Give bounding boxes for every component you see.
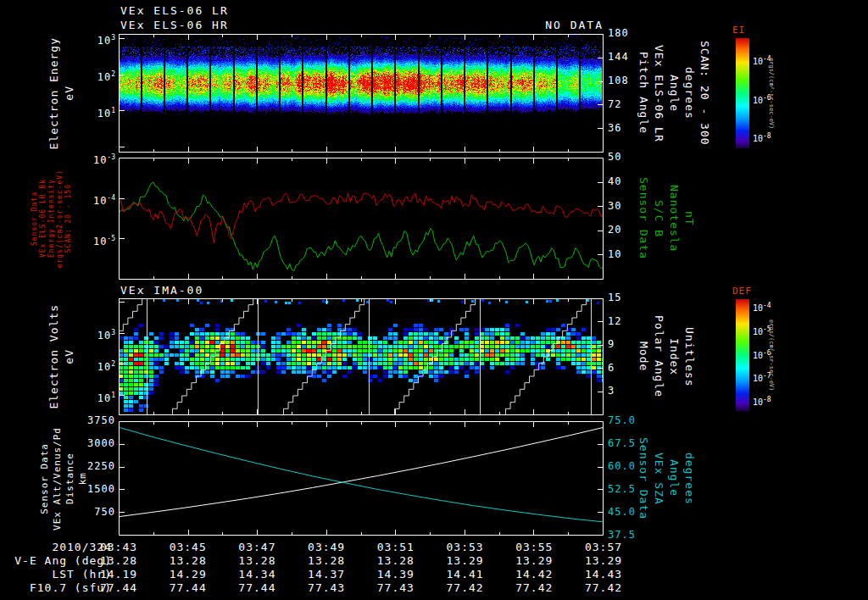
vex-quicklook-screen: VEx ELS-06 LR VEx ELS-06 HR NO DATA VEx … bbox=[0, 0, 868, 600]
alt-left-axis-label-line-0: Sensor Data bbox=[39, 443, 50, 514]
alt-left-axis-label: Sensor DataVEx Alt/Venus/PdDistancekm bbox=[39, 421, 88, 536]
exponent: 1 bbox=[111, 107, 115, 114]
time-tick-label-7: 03:57 bbox=[575, 541, 632, 553]
exponent: -5 bbox=[107, 235, 115, 242]
left-axis-tick-label: 10-5 bbox=[66, 232, 115, 248]
bottom-row-value: 13.28 bbox=[159, 554, 217, 567]
bottom-row-value: 13.28 bbox=[367, 554, 425, 567]
ima-left-axis-label-line-1: eV bbox=[63, 349, 75, 364]
time-tick-label-1: 03:45 bbox=[159, 541, 217, 553]
bottom-row-value: 77.42 bbox=[437, 581, 494, 594]
alt-right-axis-label-line-1: VEx SZA bbox=[653, 453, 665, 505]
alt-left-axis-label-line-1: VEx Alt/Venus/Pd bbox=[52, 427, 63, 531]
time-tick-label-6: 03:55 bbox=[505, 541, 563, 553]
date-label: 2010/324 bbox=[0, 541, 112, 553]
bottom-row-value: 77.43 bbox=[298, 581, 355, 594]
ima-right-axis-label-line-3: Unitless bbox=[683, 327, 696, 387]
sensor-left-axis-label-line-1: VEx ELS-06 LR Bk bbox=[39, 179, 47, 258]
bottom-row-value: 77.44 bbox=[159, 581, 217, 594]
els-spectrogram-canvas bbox=[119, 34, 604, 153]
colorbar-top-title: EI bbox=[732, 25, 758, 36]
bottom-row-value: 14.29 bbox=[159, 568, 217, 581]
sensor-right-axis-label: Sensor DataS/C BNanoteslanT bbox=[637, 158, 696, 280]
bottom-row-value: 14.43 bbox=[575, 568, 632, 581]
sensor-left-axis-label: Sensor DataVEx ELS-06 LR BkEnergy Intens… bbox=[31, 158, 72, 280]
colorbar-top-units: ergs/(cm²-sr-sec-eV) bbox=[768, 38, 775, 148]
bottom-row-value: 14.34 bbox=[228, 568, 286, 581]
time-tick-label-3: 03:49 bbox=[298, 541, 355, 553]
bottom-row-value: 14.42 bbox=[505, 568, 563, 581]
bottom-row-value: 14.19 bbox=[90, 568, 147, 581]
colorbar-bottom-title: DEF bbox=[732, 286, 758, 297]
colorbar-top-units-text: ergs/(cm²-sr-sec-eV) bbox=[768, 58, 775, 129]
bottom-row-value: 14.39 bbox=[367, 568, 425, 581]
sensor-left-axis-label-line-0: Sensor Data bbox=[31, 192, 38, 246]
els-right-axis-label: Pitch AngleVEx ELS-06 LRAngledegreesSCAN… bbox=[637, 34, 711, 153]
time-tick-label-2: 03:47 bbox=[228, 541, 286, 553]
sensor-right-axis-label-line-2: Nanotesla bbox=[668, 185, 681, 252]
sensor-right-axis-label-line-0: Sensor Data bbox=[637, 177, 650, 259]
ima-left-axis-label: Electron VoltseV bbox=[47, 298, 75, 415]
bottom-row-value: 14.41 bbox=[437, 568, 494, 581]
bottom-row-value: 13.29 bbox=[575, 554, 632, 567]
bottom-row-value: 77.44 bbox=[228, 581, 286, 594]
els-right-axis-label-line-2: Angle bbox=[668, 75, 681, 112]
bottom-row-value: 13.28 bbox=[228, 554, 286, 567]
sensor-lineplot-canvas bbox=[119, 158, 604, 280]
sensor-left-axis-label-line-4: SCAN: 20 - 150 bbox=[64, 184, 72, 253]
panel-title-ima: VEx IMA-00 bbox=[120, 284, 203, 297]
exponent: 2 bbox=[111, 70, 115, 78]
colorbar-bottom-gradient bbox=[736, 299, 749, 411]
els-right-axis-label-line-1: VEx ELS-06 LR bbox=[653, 45, 665, 142]
bottom-row-value: 13.29 bbox=[437, 554, 494, 567]
sensor-right-axis-label-line-1: S/C B bbox=[653, 200, 665, 237]
alt-right-axis-label-line-0: Sensor Data bbox=[637, 437, 650, 519]
panel-title-els-lr: VEx ELS-06 LR bbox=[120, 4, 229, 17]
ima-right-axis-label: ModePolar AngleIndexUnitless bbox=[637, 298, 696, 415]
alt-left-axis-label-line-2: Distance bbox=[64, 453, 75, 504]
exponent: -3 bbox=[107, 153, 115, 161]
ima-right-axis-label-line-1: Polar Angle bbox=[653, 315, 665, 397]
ima-right-axis-label-line-2: Index bbox=[668, 338, 681, 375]
colorbar-bottom-units: ergs/(cm²-sr-sec-eV) bbox=[768, 299, 775, 411]
ima-right-axis-label-line-0: Mode bbox=[637, 342, 650, 371]
alt-right-axis-label-line-3: degrees bbox=[683, 453, 696, 505]
ima-left-axis-label-line-0: Electron Volts bbox=[47, 304, 60, 409]
els-right-axis-label-line-3: degrees bbox=[683, 67, 696, 119]
bottom-row-value: 13.28 bbox=[298, 554, 355, 567]
no-data-status: NO DATA bbox=[434, 19, 604, 31]
bottom-row-value: 77.43 bbox=[367, 581, 425, 594]
colorbar-top-gradient bbox=[736, 38, 749, 148]
els-right-axis-label-line-0: Pitch Angle bbox=[637, 52, 650, 134]
ima-spectrogram-canvas bbox=[119, 298, 604, 415]
sensor-left-axis-label-line-3: ergs/(cm2-sr-sec-eV) bbox=[56, 169, 64, 268]
exponent: 2 bbox=[111, 360, 115, 368]
bottom-row-value: 77.44 bbox=[90, 581, 147, 594]
exponent: -4 bbox=[107, 194, 115, 202]
alt-left-axis-label-line-3: km bbox=[77, 472, 88, 485]
bottom-row-value: 77.42 bbox=[505, 581, 563, 594]
alt-sza-lineplot-canvas bbox=[119, 421, 604, 536]
bottom-row-value: 14.37 bbox=[298, 568, 355, 581]
bottom-row-value: 77.42 bbox=[575, 581, 632, 594]
exponent: 1 bbox=[111, 392, 115, 399]
exponent: 3 bbox=[111, 34, 115, 42]
exponent: 3 bbox=[111, 329, 115, 336]
els-left-axis-label-line-1: eV bbox=[63, 86, 75, 101]
time-tick-label-5: 03:53 bbox=[437, 541, 494, 553]
els-right-axis-label-line-4: SCAN: 20 - 300 bbox=[698, 41, 711, 146]
sensor-left-axis-label-line-2: Energy Intensity bbox=[47, 179, 55, 258]
alt-right-axis-label-line-2: Angle bbox=[668, 459, 681, 497]
left-axis-tick-label: 10-4 bbox=[66, 192, 115, 208]
bottom-row-value: 13.29 bbox=[505, 554, 563, 567]
panel-title-els-hr: VEx ELS-06 HR bbox=[120, 19, 229, 31]
time-tick-label-4: 03:51 bbox=[367, 541, 425, 553]
els-left-axis-label: Electron EnergyeV bbox=[47, 34, 75, 153]
left-axis-tick-label: 10-3 bbox=[66, 151, 115, 167]
els-left-axis-label-line-0: Electron Energy bbox=[47, 37, 60, 149]
sensor-right-axis-label-line-3: nT bbox=[683, 211, 696, 226]
bottom-row-value: 13.28 bbox=[90, 554, 147, 567]
colorbar-bottom-units-text: ergs/(cm²-sr-sec-eV) bbox=[768, 319, 775, 391]
alt-right-axis-label: Sensor DataVEx SZAAngledegrees bbox=[637, 421, 696, 536]
